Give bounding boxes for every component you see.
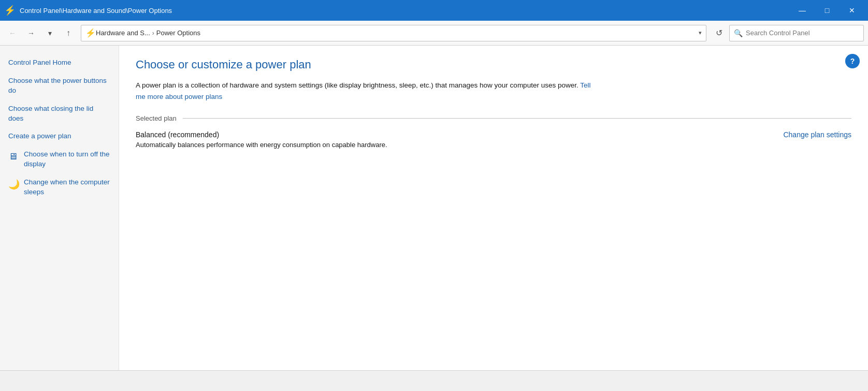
sidebar-item-computer-sleeps[interactable]: 🌙 Change when the computer sleeps: [0, 173, 119, 201]
plan-row: Balanced (recommended) Automatically bal…: [136, 131, 851, 149]
minimize-button[interactable]: —: [790, 0, 814, 21]
sidebar-item-create-power-plan[interactable]: Create a power plan: [0, 127, 119, 146]
main-layout: Control Panel Home Choose what the power…: [0, 46, 868, 370]
plan-name: Balanced (recommended): [136, 131, 387, 139]
breadcrumb-current: Power Options: [156, 29, 200, 37]
address-bar[interactable]: ⚡ Hardware and S... › Power Options ▾: [81, 25, 706, 41]
sleep-icon: 🌙: [8, 178, 20, 191]
breadcrumb-separator: ›: [152, 30, 154, 37]
sidebar: Control Panel Home Choose what the power…: [0, 46, 119, 370]
description: A power plan is a collection of hardware…: [136, 80, 602, 102]
change-plan-settings-link[interactable]: Change plan settings: [783, 131, 851, 139]
sidebar-item-label: Choose when to turn off the display: [24, 150, 110, 169]
sidebar-item-closing-lid[interactable]: Choose what closing the lid does: [0, 100, 119, 128]
sidebar-item-turn-off-display[interactable]: 🖥 Choose when to turn off the display: [0, 146, 119, 173]
close-button[interactable]: ✕: [840, 0, 864, 21]
selected-plan-header: Selected plan: [136, 114, 851, 122]
window-title: Control Panel\Hardware and Sound\Power O…: [20, 7, 172, 15]
selected-plan-label: Selected plan: [136, 114, 177, 122]
address-icon: ⚡: [85, 28, 96, 38]
dropdown-button[interactable]: ▾: [41, 25, 58, 41]
breadcrumb-parent: Hardware and S...: [96, 29, 150, 37]
page-title: Choose or customize a power plan: [136, 58, 851, 71]
selected-plan-divider: [183, 118, 851, 119]
address-dropdown-icon[interactable]: ▾: [699, 30, 702, 36]
title-bar: ⚡ Control Panel\Hardware and Sound\Power…: [0, 0, 868, 21]
app-icon: ⚡: [4, 5, 16, 16]
selected-plan-section: Selected plan Balanced (recommended) Aut…: [136, 114, 851, 149]
sidebar-item-label: Choose what the power buttons do: [8, 76, 110, 96]
sidebar-item-label: Control Panel Home: [8, 58, 71, 68]
forward-button[interactable]: →: [23, 25, 39, 41]
display-icon: 🖥: [8, 150, 20, 163]
sidebar-item-label: Choose what closing the lid does: [8, 104, 110, 124]
status-bar: [0, 370, 868, 391]
up-button[interactable]: ↑: [60, 25, 77, 41]
nav-bar: ← → ▾ ↑ ⚡ Hardware and S... › Power Opti…: [0, 21, 868, 46]
plan-info: Balanced (recommended) Automatically bal…: [136, 131, 387, 149]
plan-description: Automatically balances performance with …: [136, 141, 387, 149]
search-input[interactable]: [746, 29, 859, 37]
refresh-button[interactable]: ↺: [711, 25, 727, 41]
description-text: A power plan is a collection of hardware…: [136, 81, 580, 89]
search-icon: 🔍: [734, 29, 743, 37]
sidebar-item-label: Change when the computer sleeps: [24, 178, 110, 197]
title-bar-left: ⚡ Control Panel\Hardware and Sound\Power…: [4, 5, 172, 16]
sidebar-item-control-panel-home[interactable]: Control Panel Home: [0, 54, 119, 72]
help-button[interactable]: ?: [845, 54, 860, 68]
title-bar-controls: — □ ✕: [790, 0, 864, 21]
maximize-button[interactable]: □: [815, 0, 839, 21]
sidebar-item-power-buttons[interactable]: Choose what the power buttons do: [0, 72, 119, 100]
search-bar[interactable]: 🔍: [729, 25, 864, 41]
sidebar-item-label: Create a power plan: [8, 132, 71, 141]
content-area: ? Choose or customize a power plan A pow…: [119, 46, 868, 370]
back-button[interactable]: ←: [4, 25, 21, 41]
